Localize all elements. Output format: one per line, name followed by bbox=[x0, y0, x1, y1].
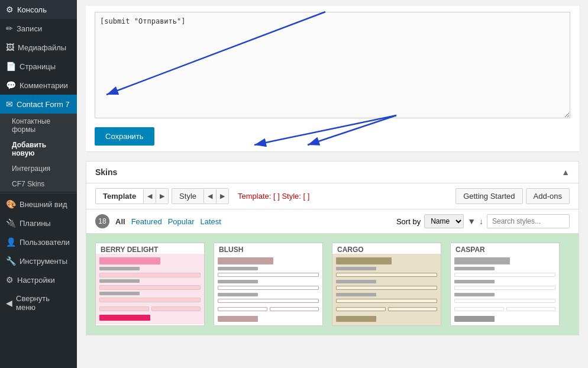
sort-select[interactable]: Name bbox=[424, 214, 464, 228]
submenu-cf7-skins[interactable]: CF7 Skins bbox=[0, 176, 77, 192]
skin-card-berry-delight[interactable]: BERRY DELIGHT bbox=[95, 243, 205, 326]
preview-input bbox=[99, 285, 201, 290]
preview-input bbox=[218, 299, 319, 303]
style-tab[interactable]: Style bbox=[172, 189, 203, 204]
preview-label bbox=[336, 293, 376, 296]
add-ons-button[interactable]: Add-ons bbox=[526, 188, 570, 204]
save-button[interactable]: Сохранить bbox=[95, 127, 154, 146]
sidebar-item-comments[interactable]: 💬 Комментарии bbox=[0, 76, 77, 95]
sidebar-item-label: Contact Form 7 bbox=[17, 100, 70, 109]
settings-icon: ⚙ bbox=[6, 275, 14, 285]
skin-title: BERRY DELIGHT bbox=[96, 243, 204, 254]
submenu-add-new[interactable]: Добавить новую bbox=[0, 137, 77, 161]
sidebar-item-cf7[interactable]: ✉ Contact Form 7 bbox=[0, 95, 77, 114]
preview-label bbox=[218, 267, 258, 270]
preview-label bbox=[99, 279, 140, 283]
preview-btn bbox=[218, 316, 258, 322]
skins-collapse-icon[interactable]: ▲ bbox=[561, 167, 570, 177]
filter-popular[interactable]: Popular bbox=[168, 217, 195, 226]
appearance-icon: 🎨 bbox=[6, 199, 16, 209]
preview-btn bbox=[336, 316, 376, 322]
preview-fields bbox=[454, 267, 555, 322]
sort-direction-icon[interactable]: ▼ bbox=[467, 217, 476, 226]
search-input[interactable] bbox=[487, 214, 570, 228]
sidebar-divider bbox=[0, 193, 77, 193]
preview-input bbox=[99, 306, 149, 311]
skins-title: Skins bbox=[95, 167, 117, 177]
preview-input bbox=[506, 307, 556, 311]
skin-card-cargo[interactable]: CARGO bbox=[332, 243, 441, 326]
users-icon: 👤 bbox=[6, 237, 16, 247]
template-tab[interactable]: Template bbox=[96, 189, 143, 204]
filter-featured[interactable]: Featured bbox=[131, 217, 162, 226]
submenu-contact-forms[interactable]: Контактные формы bbox=[0, 114, 77, 137]
preview-label bbox=[218, 293, 258, 296]
skin-preview-berry bbox=[96, 254, 204, 324]
sidebar-item-label: Свернуть меню bbox=[16, 294, 71, 312]
tab-actions: Getting Started Add-ons bbox=[455, 188, 570, 204]
cf7-submenu: Контактные формы Добавить новую Интеграц… bbox=[0, 114, 77, 192]
preview-btn bbox=[99, 315, 150, 321]
skin-title: CASPAR bbox=[451, 243, 559, 254]
preview-btn bbox=[454, 316, 495, 322]
skin-card-caspar[interactable]: CASPAR bbox=[450, 243, 560, 326]
skins-count-badge: 18 bbox=[95, 214, 109, 228]
sidebar: ⚙ Консоль ✏ Записи 🖼 Медиафайлы 📄 Страни… bbox=[0, 0, 77, 368]
sidebar-item-plugins[interactable]: 🔌 Плагины bbox=[0, 214, 77, 233]
sidebar-item-console[interactable]: ⚙ Консоль bbox=[0, 0, 77, 19]
preview-input bbox=[270, 307, 319, 311]
skin-preview-cargo bbox=[332, 254, 441, 325]
sidebar-item-users[interactable]: 👤 Пользователи bbox=[0, 233, 77, 251]
sidebar-item-label: Страницы bbox=[20, 62, 56, 71]
filter-all[interactable]: All bbox=[115, 217, 125, 226]
sidebar-item-label: Плагины bbox=[20, 219, 51, 228]
template-next-arrow[interactable]: ▶ bbox=[156, 189, 168, 203]
posts-icon: ✏ bbox=[6, 24, 13, 33]
sidebar-item-media[interactable]: 🖼 Медиафайлы bbox=[0, 38, 77, 57]
preview-input bbox=[388, 307, 438, 311]
skins-grid: BERRY DELIGHT bbox=[86, 234, 579, 335]
sidebar-item-label: Медиафайлы bbox=[18, 43, 66, 52]
sidebar-item-collapse[interactable]: ◀ Свернуть меню bbox=[0, 289, 77, 317]
sort-area: Sort by Name ▼ ↓ bbox=[396, 214, 570, 228]
preview-input bbox=[454, 299, 555, 303]
form-editor[interactable]: [submit "Отправить"] bbox=[95, 12, 570, 118]
preview-input bbox=[218, 286, 319, 290]
tools-icon: 🔧 bbox=[6, 256, 16, 266]
skins-header: Skins ▲ bbox=[86, 162, 579, 183]
style-next-arrow[interactable]: ▶ bbox=[216, 189, 228, 203]
sidebar-item-label: Комментарии bbox=[20, 81, 68, 90]
preview-fields bbox=[336, 267, 437, 322]
sidebar-item-posts[interactable]: ✏ Записи bbox=[0, 19, 77, 38]
sidebar-item-label: Внешний вид bbox=[20, 200, 67, 209]
preview-label bbox=[336, 267, 376, 270]
sidebar-item-pages[interactable]: 📄 Страницы bbox=[0, 57, 77, 76]
sidebar-item-settings[interactable]: ⚙ Настройки bbox=[0, 270, 77, 289]
preview-input bbox=[218, 307, 267, 311]
style-tab-group: Style ◀ ▶ bbox=[172, 188, 229, 204]
filter-latest[interactable]: Latest bbox=[200, 217, 221, 226]
skin-preview-blush bbox=[214, 254, 322, 325]
preview-input bbox=[151, 306, 201, 311]
sidebar-item-label: Записи bbox=[17, 24, 42, 33]
plugins-icon: 🔌 bbox=[6, 218, 16, 228]
getting-started-button[interactable]: Getting Started bbox=[455, 188, 522, 204]
sidebar-item-label: Пользователи bbox=[20, 238, 70, 247]
style-prev-arrow[interactable]: ◀ bbox=[203, 189, 216, 203]
submenu-integration[interactable]: Интеграция bbox=[0, 161, 77, 176]
sidebar-item-label: Настройки bbox=[17, 276, 55, 285]
main-content: [submit "Отправить"] Сохранить Skins ▲ T… bbox=[77, 0, 588, 368]
sidebar-item-tools[interactable]: 🔧 Инструменты bbox=[0, 251, 77, 270]
skin-card-blush[interactable]: BLUSH bbox=[214, 243, 323, 326]
template-prev-arrow[interactable]: ◀ bbox=[143, 189, 156, 203]
skin-title: CARGO bbox=[332, 243, 441, 254]
preview-input bbox=[218, 273, 319, 277]
sort-by-label: Sort by bbox=[396, 217, 421, 226]
sidebar-item-appearance[interactable]: 🎨 Внешний вид bbox=[0, 195, 77, 214]
preview-input bbox=[336, 299, 437, 303]
preview-label bbox=[99, 267, 140, 270]
preview-input bbox=[454, 273, 555, 277]
sort-toggle-icon[interactable]: ↓ bbox=[479, 217, 483, 226]
pages-icon: 📄 bbox=[6, 62, 16, 71]
preview-input bbox=[336, 307, 386, 311]
